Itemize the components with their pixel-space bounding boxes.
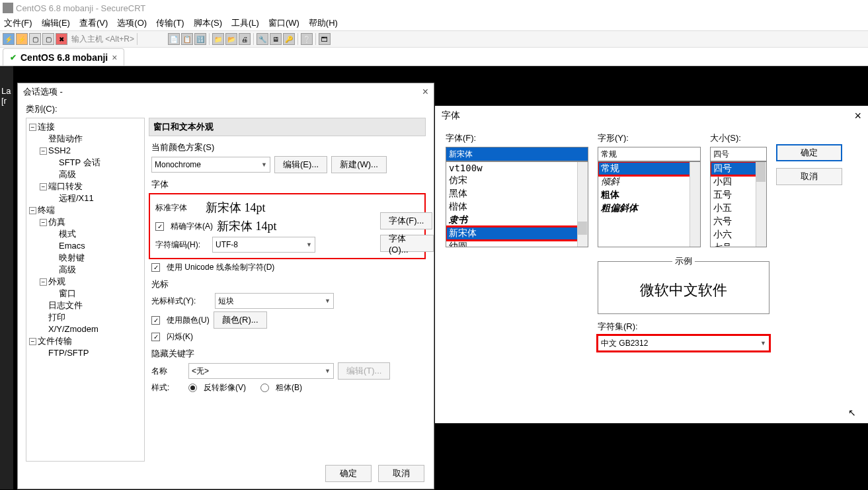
cancel-button[interactable]: 取消: [378, 465, 424, 482]
blink-checkbox[interactable]: ✓: [151, 333, 160, 341]
menu-file[interactable]: 文件(F): [4, 17, 32, 29]
menu-options[interactable]: 选项(O): [117, 17, 147, 29]
list-item[interactable]: 仿宋: [446, 174, 588, 187]
toolbar-icon[interactable]: 📄: [168, 33, 180, 45]
list-item[interactable]: 粗偏斜体: [598, 202, 700, 215]
style-bold-radio[interactable]: [260, 384, 269, 392]
toolbar-icon[interactable]: ❔: [301, 33, 313, 45]
size-listbox[interactable]: 四号小四五号小五六号小六七号: [710, 161, 767, 247]
toolbar-icon[interactable]: ⚡: [16, 33, 28, 45]
menu-help[interactable]: 帮助(H): [309, 17, 338, 29]
toolbar-icon[interactable]: 🔧: [256, 33, 268, 45]
color-scheme-select[interactable]: Monochrome▼: [151, 157, 270, 173]
tree-item[interactable]: 高级: [28, 264, 143, 276]
scrollbar[interactable]: [690, 162, 700, 247]
tree-item[interactable]: 登陆动作: [28, 133, 143, 145]
expand-icon[interactable]: −: [29, 207, 36, 214]
expand-icon[interactable]: −: [29, 124, 36, 131]
font-listbox[interactable]: vt100w仿宋黑体楷体隶书新宋体幼圆: [446, 161, 588, 247]
session-tab[interactable]: ✔ CentOS 6.8 mobanji ×: [3, 48, 124, 65]
edit-button[interactable]: 编辑(E)...: [274, 156, 327, 173]
host-entry-hint[interactable]: 输入主机 <Alt+R>: [71, 34, 134, 45]
style-listbox[interactable]: 常规倾斜粗体粗偏斜体: [598, 161, 701, 247]
tree-item[interactable]: 打印: [28, 311, 143, 323]
toolbar-icon[interactable]: 📂: [225, 33, 237, 45]
list-item[interactable]: 新宋体: [446, 227, 588, 240]
char-encoding-select[interactable]: UTF-8▼: [212, 237, 315, 253]
scrollbar[interactable]: [577, 162, 588, 247]
toolbar-icon[interactable]: ▢: [42, 33, 54, 45]
toolbar-icon[interactable]: ✖: [56, 33, 67, 45]
toolbar-icon[interactable]: 🖨: [239, 33, 251, 45]
tree-item[interactable]: −终端: [28, 204, 143, 216]
tree-item[interactable]: 映射键: [28, 252, 143, 264]
ok-button[interactable]: 确定: [776, 144, 842, 161]
close-icon[interactable]: ×: [422, 86, 428, 98]
list-item[interactable]: 楷体: [446, 200, 588, 214]
size-input[interactable]: 四号: [710, 147, 767, 161]
tree-item[interactable]: 日志文件: [28, 300, 143, 311]
tree-item[interactable]: Emacs: [28, 240, 143, 252]
tree-item[interactable]: FTP/SFTP: [28, 347, 143, 359]
expand-icon[interactable]: −: [40, 278, 47, 286]
tree-item[interactable]: −SSH2: [28, 145, 143, 157]
close-icon[interactable]: ×: [854, 109, 861, 123]
list-item[interactable]: vt100w: [446, 162, 588, 174]
close-icon[interactable]: ×: [112, 52, 117, 63]
menu-script[interactable]: 脚本(S): [194, 17, 222, 29]
menu-view[interactable]: 查看(V): [79, 17, 108, 29]
tree-item[interactable]: −端口转发: [28, 181, 143, 192]
category-tree[interactable]: −连接登陆动作−SSH2SFTP 会话高级−端口转发远程/X11−终端−仿真模式…: [26, 118, 145, 462]
menu-transfer[interactable]: 传输(T): [156, 17, 184, 29]
expand-icon[interactable]: −: [29, 338, 36, 345]
cursor-style-select[interactable]: 短块▼: [215, 293, 334, 309]
tree-item[interactable]: −仿真: [28, 216, 143, 228]
style-input[interactable]: 常规: [598, 147, 701, 161]
tree-item[interactable]: 窗口: [28, 288, 143, 300]
precise-font-checkbox[interactable]: ✓: [155, 222, 164, 231]
toolbar-icon[interactable]: 📋: [181, 33, 193, 45]
name-select[interactable]: <无>▼: [188, 363, 334, 379]
tree-item[interactable]: 模式: [28, 228, 143, 240]
style-invert-radio[interactable]: [188, 384, 197, 392]
toolbar-icon[interactable]: ▢: [29, 33, 41, 45]
toolbar-icon[interactable]: 📁: [212, 33, 224, 45]
font-f-button[interactable]: 字体(F)...: [380, 212, 432, 229]
ok-button[interactable]: 确定: [325, 465, 372, 482]
font-o-button[interactable]: 字体(O)...: [380, 235, 434, 252]
tree-item[interactable]: −连接: [28, 121, 143, 133]
toolbar-icon[interactable]: 🖥: [270, 33, 282, 45]
use-color-label: 使用颜色(U): [167, 315, 210, 326]
use-color-checkbox[interactable]: ✓: [151, 316, 160, 325]
use-unicode-checkbox[interactable]: ✓: [151, 263, 160, 272]
tree-item[interactable]: −文件传输: [28, 335, 143, 347]
tree-item[interactable]: SFTP 会话: [28, 157, 143, 169]
menu-tools[interactable]: 工具(L): [231, 17, 259, 29]
tree-item[interactable]: 远程/X11: [28, 192, 143, 204]
expand-icon[interactable]: −: [40, 147, 47, 155]
color-button[interactable]: 颜色(R)...: [214, 311, 267, 329]
toolbar-icon[interactable]: 🔑: [283, 33, 295, 45]
new-button[interactable]: 新建(W)...: [331, 156, 387, 173]
menu-edit[interactable]: 编辑(E): [42, 17, 70, 29]
list-item[interactable]: 黑体: [446, 187, 588, 200]
list-item[interactable]: 粗体: [598, 188, 700, 202]
toolbar-icon[interactable]: ⚡: [3, 33, 15, 45]
font-input[interactable]: 新宋体: [446, 147, 588, 161]
tree-item[interactable]: 高级: [28, 169, 143, 181]
scrollbar[interactable]: [756, 162, 766, 247]
toolbar-icon[interactable]: 🔢: [194, 33, 206, 45]
menu-window[interactable]: 窗口(W): [268, 17, 299, 29]
tab-bar: ✔ CentOS 6.8 mobanji ×: [0, 48, 868, 66]
list-item[interactable]: 隶书: [446, 214, 588, 227]
list-item[interactable]: 倾斜: [598, 175, 700, 188]
cancel-button[interactable]: 取消: [776, 168, 842, 185]
toolbar-icon[interactable]: 🗔: [319, 33, 331, 45]
list-item[interactable]: 幼圆: [446, 240, 588, 247]
tree-item[interactable]: X/Y/Zmodem: [28, 323, 143, 335]
tree-item[interactable]: −外观: [28, 276, 143, 288]
list-item[interactable]: 常规: [598, 162, 700, 175]
toolbar: ⚡ ⚡ ▢ ▢ ✖ 输入主机 <Alt+R> 📄 📋 🔢 📁 📂 🖨 🔧 🖥 🔑…: [0, 30, 868, 48]
expand-icon[interactable]: −: [40, 219, 47, 226]
expand-icon[interactable]: −: [40, 183, 47, 190]
